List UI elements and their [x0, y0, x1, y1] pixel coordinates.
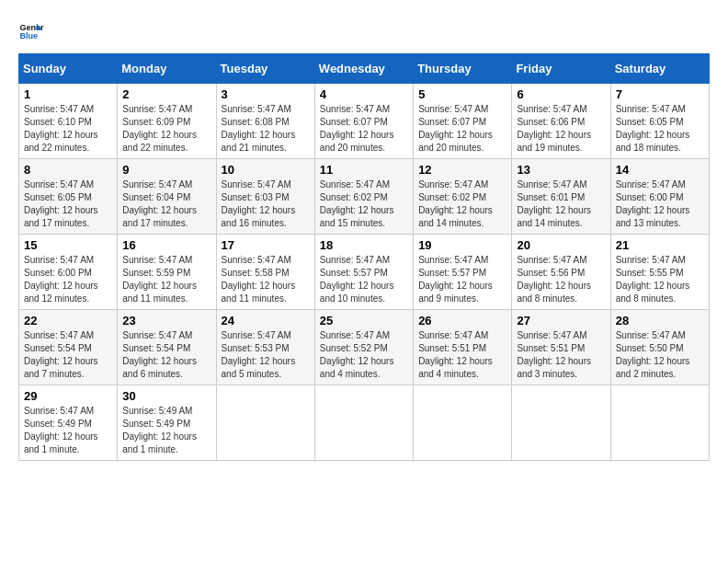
calendar-cell: 11 Sunrise: 5:47 AMSunset: 6:02 PMDaylig…: [314, 159, 413, 235]
calendar-cell: [414, 385, 512, 461]
day-number: 24: [222, 314, 310, 327]
calendar-week-row: 22 Sunrise: 5:47 AMSunset: 5:54 PMDaylig…: [19, 310, 710, 385]
day-number: 4: [320, 87, 408, 101]
day-detail: Sunrise: 5:47 AMSunset: 5:50 PMDaylight:…: [616, 329, 704, 381]
calendar-cell: [610, 385, 709, 461]
day-number: 16: [122, 238, 210, 252]
calendar-cell: 17 Sunrise: 5:47 AMSunset: 5:58 PMDaylig…: [216, 235, 314, 310]
calendar-cell: 6 Sunrise: 5:47 AMSunset: 6:06 PMDayligh…: [512, 84, 610, 159]
header-thursday: Thursday: [414, 54, 512, 84]
day-detail: Sunrise: 5:47 AMSunset: 5:54 PMDaylight:…: [122, 329, 210, 381]
calendar-cell: 25 Sunrise: 5:47 AMSunset: 5:52 PMDaylig…: [314, 310, 413, 385]
header-tuesday: Tuesday: [216, 54, 314, 84]
day-detail: Sunrise: 5:47 AMSunset: 6:05 PMDaylight:…: [616, 103, 704, 155]
day-detail: Sunrise: 5:47 AMSunset: 5:49 PMDaylight:…: [24, 405, 112, 456]
calendar-cell: 23 Sunrise: 5:47 AMSunset: 5:54 PMDaylig…: [118, 310, 216, 385]
calendar-cell: 16 Sunrise: 5:47 AMSunset: 5:59 PMDaylig…: [118, 235, 216, 310]
calendar-cell: 2 Sunrise: 5:47 AMSunset: 6:09 PMDayligh…: [118, 84, 216, 159]
day-detail: Sunrise: 5:47 AMSunset: 6:08 PMDaylight:…: [222, 103, 310, 155]
calendar-cell: 4 Sunrise: 5:47 AMSunset: 6:07 PMDayligh…: [314, 84, 413, 159]
calendar-cell: 13 Sunrise: 5:47 AMSunset: 6:01 PMDaylig…: [512, 159, 610, 235]
day-detail: Sunrise: 5:47 AMSunset: 5:59 PMDaylight:…: [122, 254, 210, 305]
day-detail: Sunrise: 5:47 AMSunset: 5:52 PMDaylight:…: [320, 329, 408, 381]
logo-icon: General Blue: [18, 18, 44, 44]
day-number: 8: [24, 163, 112, 177]
calendar-cell: 1 Sunrise: 5:47 AMSunset: 6:10 PMDayligh…: [19, 84, 118, 159]
calendar-cell: 3 Sunrise: 5:47 AMSunset: 6:08 PMDayligh…: [216, 84, 314, 159]
day-detail: Sunrise: 5:47 AMSunset: 5:54 PMDaylight:…: [24, 329, 112, 381]
day-number: 10: [222, 163, 310, 177]
day-number: 20: [517, 238, 605, 252]
calendar-table: SundayMondayTuesdayWednesdayThursdayFrid…: [18, 53, 710, 461]
day-number: 13: [517, 163, 605, 177]
day-detail: Sunrise: 5:47 AMSunset: 6:09 PMDaylight:…: [122, 103, 210, 155]
day-detail: Sunrise: 5:49 AMSunset: 5:49 PMDaylight:…: [122, 405, 210, 456]
logo: General Blue: [18, 18, 48, 44]
day-number: 30: [122, 389, 210, 403]
calendar-cell: 15 Sunrise: 5:47 AMSunset: 6:00 PMDaylig…: [19, 235, 118, 310]
day-number: 15: [24, 238, 112, 252]
day-number: 29: [24, 389, 112, 403]
calendar-cell: 19 Sunrise: 5:47 AMSunset: 5:57 PMDaylig…: [414, 235, 512, 310]
day-number: 22: [24, 314, 112, 327]
day-number: 11: [320, 163, 408, 177]
day-number: 18: [320, 238, 408, 252]
day-number: 9: [122, 163, 210, 177]
calendar-week-row: 1 Sunrise: 5:47 AMSunset: 6:10 PMDayligh…: [19, 84, 710, 159]
calendar-cell: 27 Sunrise: 5:47 AMSunset: 5:51 PMDaylig…: [512, 310, 610, 385]
calendar-cell: [216, 385, 314, 461]
day-detail: Sunrise: 5:47 AMSunset: 6:02 PMDaylight:…: [418, 178, 506, 230]
calendar-cell: 29 Sunrise: 5:47 AMSunset: 5:49 PMDaylig…: [19, 385, 118, 461]
day-detail: Sunrise: 5:47 AMSunset: 5:56 PMDaylight:…: [517, 254, 605, 305]
day-number: 2: [122, 87, 210, 101]
calendar-cell: 8 Sunrise: 5:47 AMSunset: 6:05 PMDayligh…: [19, 159, 118, 235]
header-saturday: Saturday: [610, 54, 709, 84]
day-number: 27: [517, 314, 605, 327]
calendar-cell: 30 Sunrise: 5:49 AMSunset: 5:49 PMDaylig…: [118, 385, 216, 461]
day-number: 21: [616, 238, 704, 252]
day-number: 7: [616, 87, 704, 101]
svg-text:General: General: [19, 23, 44, 32]
day-detail: Sunrise: 5:47 AMSunset: 6:07 PMDaylight:…: [418, 103, 506, 155]
day-number: 28: [616, 314, 704, 327]
day-number: 17: [222, 238, 310, 252]
day-detail: Sunrise: 5:47 AMSunset: 6:01 PMDaylight:…: [517, 178, 605, 230]
day-detail: Sunrise: 5:47 AMSunset: 5:58 PMDaylight:…: [222, 254, 310, 305]
day-detail: Sunrise: 5:47 AMSunset: 5:55 PMDaylight:…: [616, 254, 704, 305]
header-sunday: Sunday: [19, 54, 118, 84]
calendar-week-row: 8 Sunrise: 5:47 AMSunset: 6:05 PMDayligh…: [19, 159, 710, 235]
day-detail: Sunrise: 5:47 AMSunset: 6:10 PMDaylight:…: [24, 103, 112, 155]
day-detail: Sunrise: 5:47 AMSunset: 5:51 PMDaylight:…: [517, 329, 605, 381]
calendar-cell: 22 Sunrise: 5:47 AMSunset: 5:54 PMDaylig…: [19, 310, 118, 385]
day-detail: Sunrise: 5:47 AMSunset: 6:02 PMDaylight:…: [320, 178, 408, 230]
calendar-week-row: 29 Sunrise: 5:47 AMSunset: 5:49 PMDaylig…: [19, 385, 710, 461]
calendar-cell: 24 Sunrise: 5:47 AMSunset: 5:53 PMDaylig…: [216, 310, 314, 385]
calendar-cell: 12 Sunrise: 5:47 AMSunset: 6:02 PMDaylig…: [414, 159, 512, 235]
header-monday: Monday: [118, 54, 216, 84]
calendar-cell: 28 Sunrise: 5:47 AMSunset: 5:50 PMDaylig…: [610, 310, 709, 385]
header-friday: Friday: [512, 54, 610, 84]
day-detail: Sunrise: 5:47 AMSunset: 5:57 PMDaylight:…: [320, 254, 408, 305]
day-number: 6: [517, 87, 605, 101]
day-detail: Sunrise: 5:47 AMSunset: 5:53 PMDaylight:…: [222, 329, 310, 381]
day-number: 1: [24, 87, 112, 101]
day-detail: Sunrise: 5:47 AMSunset: 6:00 PMDaylight:…: [616, 178, 704, 230]
calendar-cell: 9 Sunrise: 5:47 AMSunset: 6:04 PMDayligh…: [118, 159, 216, 235]
day-number: 23: [122, 314, 210, 327]
calendar-header-row: SundayMondayTuesdayWednesdayThursdayFrid…: [19, 54, 710, 84]
day-number: 5: [418, 87, 506, 101]
day-number: 25: [320, 314, 408, 327]
svg-text:Blue: Blue: [19, 31, 38, 40]
day-number: 26: [418, 314, 506, 327]
day-detail: Sunrise: 5:47 AMSunset: 6:04 PMDaylight:…: [122, 178, 210, 230]
day-detail: Sunrise: 5:47 AMSunset: 5:57 PMDaylight:…: [418, 254, 506, 305]
calendar-cell: 7 Sunrise: 5:47 AMSunset: 6:05 PMDayligh…: [610, 84, 709, 159]
day-detail: Sunrise: 5:47 AMSunset: 6:00 PMDaylight:…: [24, 254, 112, 305]
calendar-cell: 18 Sunrise: 5:47 AMSunset: 5:57 PMDaylig…: [314, 235, 413, 310]
calendar-cell: [314, 385, 413, 461]
calendar-week-row: 15 Sunrise: 5:47 AMSunset: 6:00 PMDaylig…: [19, 235, 710, 310]
day-detail: Sunrise: 5:47 AMSunset: 6:06 PMDaylight:…: [517, 103, 605, 155]
calendar-cell: 26 Sunrise: 5:47 AMSunset: 5:51 PMDaylig…: [414, 310, 512, 385]
day-detail: Sunrise: 5:47 AMSunset: 6:05 PMDaylight:…: [24, 178, 112, 230]
page-header: General Blue: [18, 18, 710, 44]
